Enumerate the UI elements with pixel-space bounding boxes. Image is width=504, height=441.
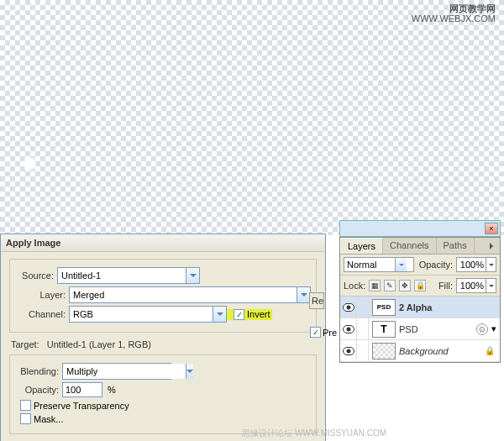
layers-panel: Layers Channels Paths Opacity: Lock: ▦ ✎… — [339, 237, 501, 363]
preserve-label: Preserve Transparency — [34, 401, 129, 411]
layers-list: PSD 2 Alpha T PSD ⊙ ▾ Background 🔒 — [340, 297, 500, 362]
watermark-bottom: 思缘设计论坛 WWW.MISSYUAN.COM — [242, 428, 386, 439]
layer-combo[interactable] — [69, 286, 311, 303]
preserve-transparency-checkbox[interactable]: Preserve Transparency — [20, 400, 129, 411]
opacity-label: Opacity: — [15, 385, 62, 395]
preview-checkbox[interactable]: Pre — [310, 327, 337, 338]
channel-combo[interactable] — [69, 306, 227, 323]
blend-opacity-row: Opacity: — [340, 255, 500, 276]
watermark-cn: 网页教学网 — [412, 3, 496, 13]
opacity-value-input[interactable] — [457, 260, 486, 270]
chevron-down-icon[interactable] — [186, 268, 199, 283]
close-icon[interactable]: × — [485, 223, 498, 234]
checkbox-icon — [310, 327, 321, 338]
source-combo[interactable] — [57, 267, 200, 284]
target-label: Target: — [11, 339, 39, 349]
blend-mode-combo[interactable] — [344, 257, 414, 272]
tab-layers[interactable]: Layers — [340, 238, 383, 254]
channel-label: Channel: — [15, 309, 69, 319]
layer-name: PSD — [399, 324, 476, 334]
dialog-title: Apply Image — [1, 234, 325, 252]
target-value: Untitled-1 (Layer 1, RGB) — [47, 339, 151, 349]
layer-name: 2 Alpha — [399, 302, 500, 312]
panel-tabs: Layers Channels Paths — [340, 238, 500, 255]
fill-value-input[interactable] — [457, 281, 486, 291]
chevron-down-icon[interactable] — [486, 279, 496, 292]
chevron-down-icon[interactable]: ▾ — [491, 323, 496, 334]
panel-menu-icon[interactable] — [486, 240, 497, 252]
chevron-down-icon[interactable] — [486, 258, 496, 271]
invert-checkbox[interactable]: Invert — [234, 309, 270, 320]
layer-input[interactable] — [70, 287, 297, 302]
eye-icon[interactable] — [340, 340, 357, 362]
watermark-url: WWW.WEBJX.COM — [412, 13, 496, 24]
watermark-top: 网页教学网 WWW.WEBJX.COM — [412, 3, 496, 24]
lock-label: Lock: — [344, 281, 365, 291]
link-col[interactable] — [357, 340, 369, 362]
blend-mode-input[interactable] — [344, 260, 395, 270]
opacity-unit: % — [108, 385, 116, 395]
tab-channels[interactable]: Channels — [383, 238, 436, 254]
panel-opacity-label: Opacity: — [419, 260, 453, 270]
invert-label: Invert — [247, 309, 270, 319]
link-col[interactable] — [357, 297, 369, 318]
checkbox-icon — [234, 309, 244, 320]
blending-label: Blending: — [15, 366, 62, 376]
canvas: 网页教学网 WWW.WEBJX.COM PSD — [0, 0, 504, 235]
mask-checkbox[interactable]: Mask... — [20, 413, 63, 424]
fill-label: Fill: — [438, 281, 453, 291]
lock-paint-icon[interactable]: ✎ — [384, 280, 396, 291]
blending-combo[interactable] — [62, 363, 171, 380]
blending-input[interactable] — [63, 364, 186, 379]
checkbox-icon — [20, 413, 31, 424]
eye-icon[interactable] — [340, 318, 357, 340]
type-layer-icon: T — [372, 321, 396, 338]
layer-thumb: PSD — [372, 299, 396, 316]
tab-paths[interactable]: Paths — [437, 238, 475, 254]
layer-item-2alpha[interactable]: PSD 2 Alpha — [340, 297, 500, 318]
panel-titlebar: × — [339, 220, 501, 237]
panel-opacity-input[interactable] — [456, 257, 496, 272]
fx-icon[interactable]: ⊙ — [476, 323, 488, 335]
preview-label: Pre — [323, 328, 337, 338]
layer-label: Layer: — [15, 290, 69, 300]
fill-input[interactable] — [456, 278, 496, 293]
chevron-down-icon[interactable] — [395, 258, 407, 271]
apply-image-dialog: Apply Image Source: Layer: Channel: — [0, 234, 326, 441]
layer-item-psd[interactable]: T PSD ⊙ ▾ — [340, 318, 500, 340]
layer-item-background[interactable]: Background 🔒 — [340, 340, 500, 362]
lock-move-icon[interactable]: ✥ — [399, 280, 411, 291]
layer-name: Background — [399, 346, 485, 356]
chevron-down-icon[interactable] — [186, 364, 193, 379]
invert-highlight: Invert — [227, 309, 272, 320]
opacity-input[interactable] — [62, 382, 102, 397]
lock-icon: 🔒 — [485, 346, 495, 355]
lock-transparency-icon[interactable]: ▦ — [369, 280, 381, 291]
checkbox-icon — [20, 400, 31, 411]
mask-label: Mask... — [34, 414, 63, 424]
chevron-down-icon[interactable] — [297, 287, 310, 302]
channel-input[interactable] — [70, 307, 213, 322]
blending-fieldset: Blending: Opacity: % Preserve Transparen… — [9, 354, 317, 434]
target-line: Target: Untitled-1 (Layer 1, RGB) — [11, 339, 317, 349]
source-label: Source: — [15, 270, 57, 281]
cutoff-button[interactable]: Re — [309, 292, 324, 309]
source-input[interactable] — [58, 268, 186, 283]
lock-all-icon[interactable]: 🔒 — [414, 280, 426, 291]
chevron-down-icon[interactable] — [213, 307, 226, 322]
lock-fill-row: Lock: ▦ ✎ ✥ 🔒 Fill: — [340, 276, 500, 297]
link-col[interactable] — [357, 318, 369, 340]
source-fieldset: Source: Layer: Channel: — [9, 259, 317, 333]
eye-icon[interactable] — [340, 297, 357, 318]
layer-thumb — [372, 343, 396, 360]
